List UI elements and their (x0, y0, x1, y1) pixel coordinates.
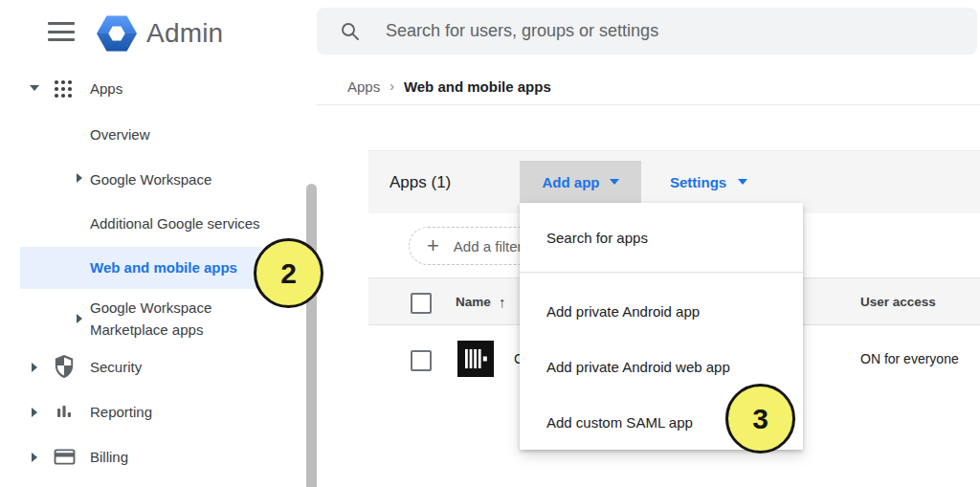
add-app-button[interactable]: Add app (520, 161, 641, 203)
search-input[interactable]: Search for users, groups or settings (317, 8, 977, 55)
sidebar-item-label: Web and mobile apps (20, 247, 261, 289)
chevron-right-icon[interactable] (32, 408, 37, 417)
chevron-down-icon (610, 179, 619, 185)
chevron-right-icon[interactable] (77, 314, 82, 323)
sort-ascending-icon[interactable]: ↑ (499, 278, 506, 324)
menu-bar (48, 38, 75, 41)
sidebar-item-overview[interactable]: Overview (90, 126, 150, 143)
sidebar-item-additional-google-services[interactable]: Additional Google services (90, 215, 260, 232)
credit-card-icon (54, 448, 76, 466)
shield-icon (54, 354, 75, 379)
sidebar-item-apps[interactable]: Apps (90, 80, 122, 97)
bar-chart-icon (55, 402, 74, 421)
select-all-checkbox[interactable] (411, 293, 432, 314)
chevron-down-icon (738, 179, 747, 185)
sidebar-item-billing[interactable]: Billing (90, 449, 128, 465)
menu-icon[interactable] (48, 22, 75, 41)
chevron-down-icon[interactable] (30, 85, 39, 91)
add-app-label: Add app (543, 174, 600, 190)
sidebar-item-marketplace-apps[interactable]: Google Workspace Marketplace apps (90, 297, 245, 341)
sidebar-item-google-workspace[interactable]: Google Workspace (90, 171, 212, 188)
menu-bar (48, 22, 75, 25)
sidebar-item-reporting[interactable]: Reporting (90, 404, 152, 420)
app-logo-icon (457, 341, 494, 377)
step-annotation-2: 2 (254, 238, 323, 308)
breadcrumb-current: Web and mobile apps (404, 78, 551, 95)
brand-title: Admin (146, 18, 223, 49)
settings-label: Settings (670, 174, 726, 190)
row-checkbox[interactable] (411, 350, 432, 371)
sidebar-item-security[interactable]: Security (90, 359, 142, 375)
breadcrumb-separator: › (390, 78, 394, 94)
sidebar-scrollbar[interactable] (306, 184, 317, 487)
menu-item-search-for-apps[interactable]: Search for apps (520, 203, 803, 273)
column-header-user-access: User access (860, 278, 936, 324)
google-admin-console: Admin Search for users, groups or settin… (0, 0, 980, 487)
step-annotation-3: 3 (725, 384, 795, 454)
apps-count-title: Apps (1) (390, 151, 451, 213)
user-access-value: ON for everyone (860, 325, 959, 392)
column-header-name[interactable]: Name (456, 278, 491, 324)
admin-logo: Admin (95, 12, 223, 55)
chevron-right-icon[interactable] (32, 453, 37, 462)
divider (317, 104, 980, 105)
menu-bar (48, 31, 75, 33)
menu-item-add-private-android-app[interactable]: Add private Android app (520, 283, 803, 339)
breadcrumb: Apps › Web and mobile apps (347, 74, 551, 99)
add-filter-label: Add a filter (454, 238, 523, 255)
admin-hexagon-icon (95, 12, 139, 55)
breadcrumb-parent[interactable]: Apps (347, 78, 380, 95)
chevron-right-icon[interactable] (32, 363, 37, 372)
search-placeholder: Search for users, groups or settings (386, 21, 658, 41)
plus-icon: + (427, 233, 439, 258)
sidebar-item-web-and-mobile-apps[interactable]: Web and mobile apps (20, 247, 261, 289)
chevron-right-icon[interactable] (77, 173, 82, 183)
search-icon (340, 21, 360, 41)
apps-grid-icon (53, 78, 74, 100)
